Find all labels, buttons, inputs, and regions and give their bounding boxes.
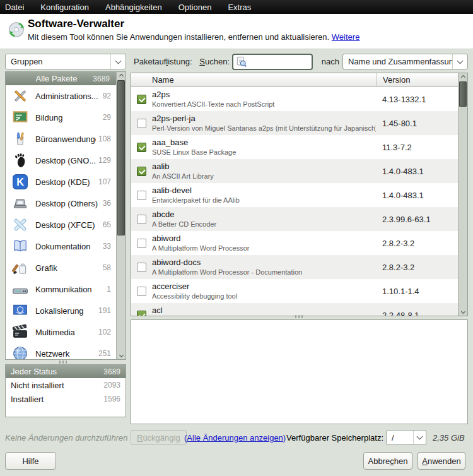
package-summary: Entwicklerpaket für die AAlib [152, 196, 376, 204]
undo-button[interactable]: Rückgängig [131, 430, 187, 445]
package-checkbox[interactable] [137, 215, 146, 224]
column-header-name[interactable]: Name [131, 73, 376, 86]
search-mode-combo[interactable]: Name und Zusammenfassung [342, 54, 468, 69]
group-count: 108 [98, 134, 111, 143]
package-summary: An ASCII Art Library [152, 172, 376, 180]
package-name: abcde [152, 210, 376, 219]
status-any[interactable]: Jeder Status 3689 [6, 365, 126, 378]
groups-combo[interactable]: Gruppen [5, 54, 126, 69]
group-multimedia[interactable]: Multimedia 102 [6, 321, 116, 343]
menu-bar: Datei Konfiguration Abhängigkeiten Optio… [0, 0, 473, 14]
package-checkbox[interactable] [137, 287, 146, 296]
table-row[interactable]: aalib-devel Entwicklerpaket für die AAli… [131, 183, 458, 207]
kde-logo-icon: K [12, 174, 28, 190]
group-desktop-gnome[interactable]: Desktop (GNO... 129 [6, 150, 116, 171]
package-list-label: Paketauflistung: [134, 57, 192, 66]
group-grafik[interactable]: Grafik 58 [6, 257, 116, 278]
status-not-installed[interactable]: Nicht installiert 2093 [6, 378, 126, 392]
un-flag-icon [12, 302, 28, 319]
group-label: Kommunikation [35, 285, 104, 294]
search-mode-value: Name und Zusammenfassung [343, 54, 452, 69]
weitere-link[interactable]: Weitere [332, 32, 360, 42]
group-label: Desktop (GNO... [35, 156, 96, 165]
subtitle-text: Mit diesem Tool können Sie Anwendungen i… [28, 32, 329, 42]
package-checkbox[interactable] [137, 119, 146, 128]
open-book-icon [12, 238, 28, 254]
splitter-handle[interactable] [295, 315, 303, 318]
search-box[interactable] [232, 54, 313, 70]
package-version: 2.8.2-3.2 [376, 255, 458, 279]
table-row[interactable]: aaa_base SUSE Linux Base Package 11.3-7.… [131, 135, 458, 159]
group-bildung[interactable]: Bildung 29 [6, 107, 116, 128]
scrollbar-track[interactable] [117, 80, 126, 351]
table-row[interactable]: a2ps-perl-ja Perl-Version von Miguel San… [131, 111, 458, 135]
menu-abhaengigkeiten[interactable]: Abhängigkeiten [101, 1, 166, 14]
package-checkbox[interactable] [137, 239, 146, 248]
group-netzwerk[interactable]: Netzwerk 251 [6, 343, 116, 359]
group-bueroanwendungen[interactable]: Büroanwendungen 108 [6, 128, 116, 150]
menu-optionen[interactable]: Optionen [174, 1, 216, 14]
package-summary: SUSE Linux Base Package [152, 148, 376, 156]
package-checkbox[interactable] [137, 167, 146, 176]
group-label: Bildung [35, 113, 100, 122]
package-name: acl [152, 306, 376, 315]
package-checkbox[interactable] [137, 143, 146, 152]
table-row[interactable]: a2ps Konvertiert ASCII-Texte nach PostSc… [131, 87, 458, 111]
splitter-handle[interactable] [59, 360, 67, 364]
column-header-version[interactable]: Version [376, 73, 458, 86]
group-count: 29 [103, 113, 111, 122]
table-row[interactable]: abiword-docs A Multiplatform Word Proces… [131, 255, 458, 279]
menu-datei[interactable]: Datei [1, 1, 28, 14]
group-desktop-xfce[interactable]: Desktop (XFCE) 65 [6, 214, 116, 235]
group-all-packages[interactable]: Alle Pakete 3689 [6, 72, 116, 85]
scrollbar-thumb[interactable] [459, 81, 467, 107]
scrollbar-track[interactable] [458, 81, 467, 307]
table-row[interactable]: abiword A Multiplatform Word Processor 2… [131, 231, 458, 255]
group-label: Administrations... [35, 92, 100, 101]
group-desktop-kde[interactable]: K Desktop (KDE) 107 [6, 171, 116, 193]
package-version: 11.3-7.2 [376, 135, 458, 159]
scroll-down-button[interactable] [117, 351, 126, 359]
group-dokumentation[interactable]: Dokumentation 33 [6, 235, 116, 257]
cancel-button[interactable]: Abbrechen [363, 452, 412, 470]
group-label: Netzwerk [35, 349, 96, 359]
chevron-down-icon[interactable] [452, 54, 467, 69]
package-version: 1.45-80.1 [376, 111, 458, 135]
status-installed[interactable]: Installiert 1596 [6, 392, 126, 406]
menu-konfiguration[interactable]: Konfiguration [36, 1, 93, 14]
group-desktop-others[interactable]: Desktop (Others) 36 [6, 193, 116, 214]
scroll-up-button[interactable] [458, 73, 467, 81]
group-administration[interactable]: Administrations... 92 [6, 85, 116, 107]
chevron-down-icon[interactable] [110, 54, 126, 69]
package-checkbox[interactable] [137, 311, 146, 316]
disk-partition-combo[interactable]: / [386, 430, 426, 445]
help-button[interactable]: Hilfe [5, 452, 56, 470]
group-count: 3689 [93, 74, 110, 83]
scrollbar[interactable] [116, 72, 126, 359]
package-summary: A Multiplatform Word Processor [152, 244, 376, 252]
table-row[interactable]: aalib An ASCII Art Library 1.4.0-483.1 [131, 159, 458, 183]
scroll-down-button[interactable] [458, 307, 467, 316]
menu-extras[interactable]: Extras [223, 1, 255, 14]
package-checkbox[interactable] [137, 263, 146, 272]
scrollbar[interactable] [458, 73, 467, 316]
group-count: 102 [98, 328, 111, 336]
search-input[interactable] [247, 57, 309, 67]
scroll-up-button[interactable] [117, 72, 126, 80]
office-cup-icon [12, 131, 28, 147]
status-label: Nicht installiert [11, 381, 101, 390]
group-kommunikation[interactable]: Kommunikation 1 [6, 278, 116, 300]
package-checkbox[interactable] [137, 191, 146, 200]
apply-button[interactable]: Anwenden [418, 452, 465, 470]
show-all-changes-link[interactable]: (Alle Änderungen anzeigen) [184, 433, 286, 443]
group-lokalisierung[interactable]: Lokalisierung 191 [6, 300, 116, 321]
table-row[interactable]: abcde A Better CD Encoder 2.3.99.6-63.1 [131, 207, 458, 231]
chevron-down-icon[interactable] [413, 431, 426, 444]
subtitle: Mit diesem Tool können Sie Anwendungen i… [28, 32, 359, 42]
table-row[interactable]: acl Kommandos zum Verwalten von POSIX Ac… [131, 303, 458, 316]
scrollbar-thumb[interactable] [117, 80, 125, 235]
table-row[interactable]: accerciser Accessibility debugging tool … [131, 279, 458, 303]
group-label: Multimedia [35, 328, 96, 337]
package-checkbox[interactable] [137, 95, 146, 104]
group-label: Dokumentation [35, 242, 100, 251]
